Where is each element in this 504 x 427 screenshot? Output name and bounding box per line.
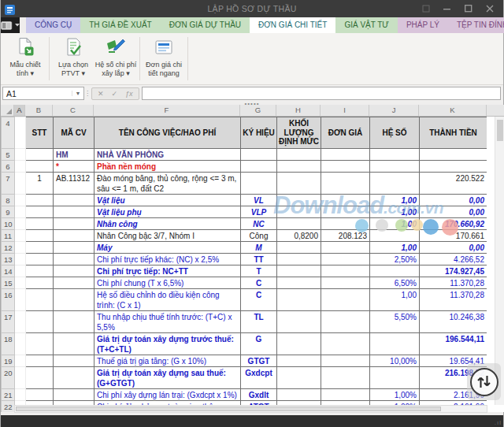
cell-G6[interactable] bbox=[241, 161, 277, 173]
name-box[interactable]: A1 ▼ bbox=[2, 87, 84, 100]
cell-A7[interactable] bbox=[15, 173, 26, 195]
cell-F4[interactable]: TÊN CÔNG VIỆC/HAO PHÍ bbox=[94, 117, 241, 149]
insert-function-icon[interactable]: ƒx bbox=[121, 90, 137, 98]
cell-C12[interactable] bbox=[54, 242, 94, 254]
cell-A20[interactable] bbox=[15, 367, 26, 389]
row-header-18[interactable]: 18 bbox=[2, 333, 15, 355]
tab-gia-vat-tu[interactable]: GIÁ VẬT TƯ bbox=[335, 17, 398, 33]
row-header-11[interactable]: 11 bbox=[2, 230, 15, 242]
cell-F17[interactable]: Thu nhập chịu thuế tính trước: (T+C) x 5… bbox=[94, 311, 241, 333]
cell-I8[interactable] bbox=[321, 195, 370, 206]
ribbon-button-don-gia-chi-tiet-ngang[interactable]: Đơn giá chi tiết ngang bbox=[143, 33, 185, 84]
row-header-19[interactable]: 19 bbox=[2, 355, 15, 367]
row-header-9[interactable]: 9 bbox=[2, 206, 15, 218]
cell-C13[interactable] bbox=[54, 254, 94, 265]
cell-C18[interactable] bbox=[54, 333, 94, 355]
cell-A18[interactable] bbox=[15, 333, 26, 355]
cell-A4[interactable] bbox=[15, 117, 26, 149]
cell-J19[interactable]: 10,00% bbox=[370, 355, 420, 367]
cancel-entry-icon[interactable]: ✕ bbox=[94, 90, 108, 98]
cell-A16[interactable] bbox=[15, 289, 26, 311]
cell-B11[interactable] bbox=[26, 230, 54, 242]
scroll-up-down-widget[interactable] bbox=[467, 363, 501, 400]
tab-th-gia-de-xuat[interactable]: TH GIÁ ĐỀ XUẤT bbox=[80, 17, 160, 33]
cell-I20[interactable] bbox=[321, 367, 370, 389]
cell-F6[interactable]: Phần nền móng bbox=[94, 161, 241, 173]
tab-cong-cu[interactable]: CÔNG CỤ bbox=[26, 17, 80, 33]
cell-F19[interactable]: Thuế giá trị gia tăng: (G x 10%) bbox=[94, 355, 241, 367]
row-header-17[interactable]: 17 bbox=[2, 311, 15, 333]
cell-K12[interactable]: 0,00 bbox=[420, 242, 487, 254]
cell-G16[interactable]: C bbox=[241, 289, 277, 311]
cell-B7[interactable]: 1 bbox=[26, 173, 54, 195]
cell-H9[interactable] bbox=[277, 206, 321, 218]
cell-B17[interactable] bbox=[26, 311, 54, 333]
cell-K15[interactable]: 11.370,28 bbox=[420, 277, 487, 289]
cell-A12[interactable] bbox=[15, 242, 26, 254]
cell-F7[interactable]: Đào móng băng, thủ công, rộng <= 3 m, sâ… bbox=[94, 173, 241, 195]
cell-J15[interactable]: 6,50% bbox=[370, 277, 420, 289]
cell-H8[interactable] bbox=[277, 195, 321, 206]
cell-B12[interactable] bbox=[26, 242, 54, 254]
cell-H15[interactable] bbox=[277, 277, 321, 289]
row-header-20[interactable]: 20 bbox=[2, 367, 15, 389]
cell-B8[interactable] bbox=[26, 195, 54, 206]
column-header-A[interactable]: A bbox=[14, 105, 25, 116]
cell-A6[interactable] bbox=[15, 161, 26, 173]
cell-K14[interactable]: 174.927,45 bbox=[420, 265, 487, 277]
cell-F10[interactable]: Nhân công bbox=[94, 218, 241, 230]
cell-F11[interactable]: Nhân Công bậc 3/7, Nhóm I bbox=[94, 230, 241, 242]
cell-J7[interactable] bbox=[370, 173, 420, 195]
cell-A17[interactable] bbox=[15, 311, 26, 333]
column-header-B[interactable]: B bbox=[25, 105, 53, 116]
cell-B6[interactable] bbox=[26, 161, 54, 173]
row-header-12[interactable]: 12 bbox=[2, 242, 15, 254]
minimize-icon[interactable] bbox=[443, 5, 451, 13]
cell-C17[interactable] bbox=[54, 311, 94, 333]
cell-F9[interactable]: Vật liệu phụ bbox=[94, 206, 241, 218]
cell-I17[interactable] bbox=[321, 311, 370, 333]
row-header-6[interactable]: 6 bbox=[2, 161, 15, 173]
cell-C5[interactable]: HM bbox=[54, 149, 94, 161]
tab-tep-tin-dinh-kem[interactable]: TỆP TIN ĐÍNH KÈM bbox=[448, 17, 504, 33]
cell-J18[interactable] bbox=[370, 333, 420, 355]
cell-B19[interactable] bbox=[26, 355, 54, 367]
cell-F15[interactable]: Chi phí chung (T x 6,5%) bbox=[94, 277, 241, 289]
cell-J12[interactable]: 1,00 bbox=[370, 242, 420, 254]
cell-H11[interactable]: 0,8200 bbox=[277, 230, 321, 242]
cell-C21[interactable] bbox=[54, 389, 94, 401]
cell-I4[interactable]: ĐƠN GIÁ bbox=[321, 117, 370, 149]
cell-G13[interactable]: TT bbox=[241, 254, 277, 265]
cell-K10[interactable]: 170.660,92 bbox=[420, 218, 487, 230]
cell-G8[interactable]: VL bbox=[241, 195, 277, 206]
cell-K4[interactable]: THÀNH TIỀN bbox=[420, 117, 487, 149]
cell-K18[interactable]: 196.544,11 bbox=[420, 333, 487, 355]
close-icon[interactable] bbox=[486, 5, 494, 13]
resize-grip[interactable]: .ıl bbox=[495, 419, 502, 426]
cell-H4[interactable]: KHỐI LƯỢNG ĐỊNH MỨC bbox=[277, 117, 321, 149]
cell-A5[interactable] bbox=[15, 149, 26, 161]
column-header-F[interactable]: F bbox=[94, 105, 240, 116]
cell-A11[interactable] bbox=[15, 230, 26, 242]
cell-F18[interactable]: Giá trị dự toán xây dựng trước thuế: (T+… bbox=[94, 333, 241, 355]
cell-J17[interactable]: 5,50% bbox=[370, 311, 420, 333]
cell-H16[interactable] bbox=[277, 289, 321, 311]
cell-F12[interactable]: Máy bbox=[94, 242, 241, 254]
cell-G14[interactable]: T bbox=[241, 265, 277, 277]
cell-H5[interactable] bbox=[277, 149, 321, 161]
ribbon-button-mau-chiet-tinh[interactable]: Mẫu chiết tính ▾ bbox=[4, 33, 46, 84]
cell-J9[interactable]: 1,00 bbox=[370, 206, 420, 218]
cell-G5[interactable] bbox=[241, 149, 277, 161]
cell-H13[interactable] bbox=[277, 254, 321, 265]
cell-J16[interactable]: 1,00 bbox=[370, 289, 420, 311]
cell-H12[interactable] bbox=[277, 242, 321, 254]
cell-J6[interactable] bbox=[370, 161, 420, 173]
row-header-4[interactable]: 4 bbox=[2, 117, 15, 149]
cell-F8[interactable]: Vật liệu bbox=[94, 195, 241, 206]
cell-K16[interactable]: 11.370,28 bbox=[420, 289, 487, 311]
cell-H14[interactable] bbox=[277, 265, 321, 277]
cell-H20[interactable] bbox=[277, 367, 321, 389]
cell-I19[interactable] bbox=[321, 355, 370, 367]
cell-I15[interactable] bbox=[321, 277, 370, 289]
cell-G21[interactable]: Gxdlt bbox=[241, 389, 277, 401]
